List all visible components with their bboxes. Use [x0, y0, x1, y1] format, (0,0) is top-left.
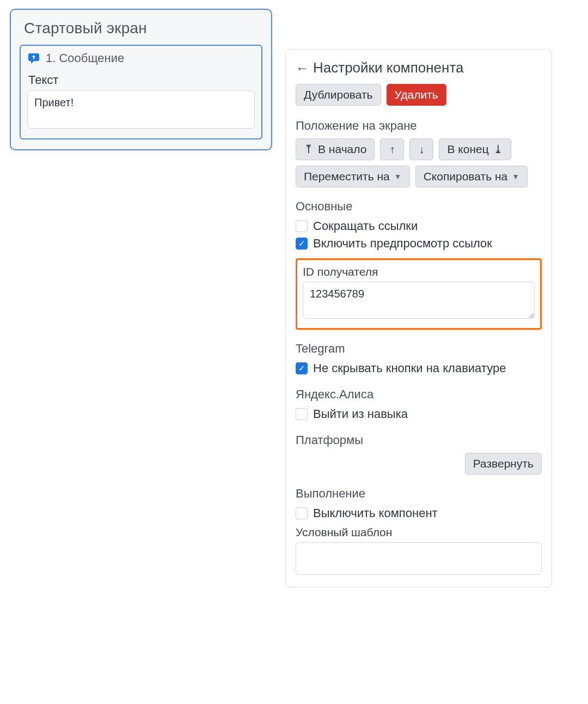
enable-preview-checkbox[interactable]: ✓ Включить предпросмотр ссылок	[296, 236, 542, 251]
arrow-up-icon: ↑	[389, 143, 395, 156]
recipient-id-highlight: ID получателя	[296, 258, 542, 330]
move-to-start-label: В начало	[318, 143, 366, 156]
move-to-start-button[interactable]: ⤒ В начало	[296, 138, 375, 160]
component-card[interactable]: 1. Сообщение Текст	[20, 45, 262, 139]
text-field-label: Текст	[28, 73, 254, 87]
move-to-end-button[interactable]: В конец ⤓	[439, 138, 511, 160]
screen-card: Стартовый экран 1. Сообщение Текст	[10, 9, 272, 150]
position-heading: Положение на экране	[296, 119, 542, 133]
arrow-down-bar-icon: ⤓	[493, 143, 503, 156]
arrow-down-icon: ↓	[419, 143, 424, 156]
arrow-up-bar-icon: ⤒	[304, 143, 314, 156]
expand-button[interactable]: Развернуть	[465, 453, 542, 475]
checkbox-icon	[296, 220, 308, 232]
delete-button[interactable]: Удалить	[387, 84, 446, 106]
component-header: 1. Сообщение	[27, 51, 255, 65]
move-up-button[interactable]: ↑	[380, 138, 404, 160]
enable-preview-label: Включить предпросмотр ссылок	[313, 236, 492, 251]
keep-keyboard-checkbox[interactable]: ✓ Не скрывать кнопки на клавиатуре	[296, 361, 542, 375]
settings-panel: ← Настройки компонента Дублировать Удали…	[285, 49, 552, 587]
chevron-down-icon: ▼	[512, 172, 519, 181]
main-heading: Основные	[296, 199, 542, 214]
move-to-end-label: В конец	[447, 143, 488, 156]
back-arrow-icon[interactable]: ←	[296, 62, 309, 75]
component-title: 1. Сообщение	[46, 51, 124, 65]
screen-title: Стартовый экран	[24, 20, 259, 37]
move-to-dropdown[interactable]: Переместить на ▼	[296, 166, 410, 187]
telegram-heading: Telegram	[296, 342, 542, 356]
shorten-links-checkbox[interactable]: Сокращать ссылки	[296, 219, 542, 233]
copy-to-label: Скопировать на	[424, 170, 508, 183]
exit-skill-checkbox[interactable]: Выйти из навыка	[296, 407, 542, 421]
checkbox-icon: ✓	[296, 238, 308, 250]
keep-keyboard-label: Не скрывать кнопки на клавиатуре	[313, 361, 506, 375]
duplicate-button[interactable]: Дублировать	[296, 84, 381, 106]
execution-heading: Выполнение	[296, 487, 542, 501]
recipient-id-label: ID получателя	[303, 265, 535, 278]
move-to-label: Переместить на	[304, 170, 390, 183]
message-text-input[interactable]	[27, 90, 255, 129]
recipient-id-input[interactable]	[303, 282, 535, 319]
disable-component-checkbox[interactable]: Выключить компонент	[296, 506, 542, 520]
chevron-down-icon: ▼	[394, 172, 402, 181]
move-down-button[interactable]: ↓	[409, 138, 433, 160]
checkbox-icon	[296, 507, 308, 519]
send-message-icon	[27, 52, 40, 65]
checkbox-icon: ✓	[296, 362, 308, 374]
alice-heading: Яндекс.Алиса	[296, 387, 542, 402]
conditional-template-input[interactable]	[296, 542, 542, 575]
shorten-links-label: Сокращать ссылки	[313, 219, 418, 233]
disable-component-label: Выключить компонент	[313, 506, 438, 520]
exit-skill-label: Выйти из навыка	[313, 407, 408, 421]
settings-title-label: Настройки компонента	[313, 59, 464, 76]
conditional-template-label: Условный шаблон	[296, 526, 542, 539]
copy-to-dropdown[interactable]: Скопировать на ▼	[415, 166, 528, 187]
platforms-heading: Платформы	[296, 433, 542, 447]
settings-title: ← Настройки компонента	[296, 59, 542, 76]
checkbox-icon	[296, 408, 308, 420]
